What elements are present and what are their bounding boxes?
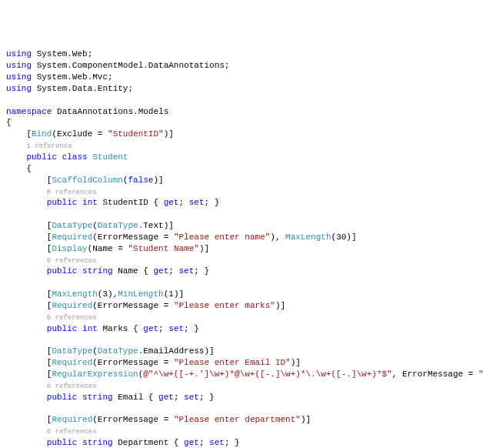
codelens[interactable]: 0 references [6, 313, 97, 322]
attr: [ScaffoldColumn(false)] [6, 176, 164, 185]
line: using System.Web; [6, 49, 92, 59]
codelens[interactable]: 0 references [6, 426, 97, 436]
attr: [Required(ErrorMessage = "Please enter E… [6, 358, 301, 367]
prop: public string Name { get; set; } [6, 266, 209, 276]
line: namespace DataAnnotations.Models [6, 107, 168, 116]
attr: [Required(ErrorMessage = "Please enter m… [6, 301, 285, 310]
line: using System.Web.Mvc; [6, 72, 113, 82]
codelens[interactable]: 0 references [6, 187, 97, 196]
attr: [Required(ErrorMessage = "Please enter d… [6, 415, 311, 424]
line: using System.Data.Entity; [6, 84, 133, 93]
attr-bind: [Bind(Exclude = "StudentID")] [6, 129, 174, 139]
codelens[interactable]: 1 reference [6, 141, 72, 150]
attr: [Display(Name = "Student Name")] [6, 244, 209, 253]
prop: public string Email { get; set; } [6, 393, 215, 402]
class-decl: public class Student [6, 152, 128, 162]
attr: [RegularExpression(@"^\w+([-+.']\w+)*@\w… [6, 369, 483, 379]
attr: [DataType(DataType.Text)] [6, 221, 174, 230]
brace: { [6, 118, 12, 127]
attr: [MaxLength(3),MinLength(1)] [6, 289, 184, 299]
code-editor[interactable]: using System.Web; using System.Component… [6, 48, 477, 448]
line: using System.ComponentModel.DataAnnotati… [6, 61, 229, 70]
prop: public int Marks { get; set; } [6, 324, 199, 333]
codelens[interactable]: 0 references [6, 256, 97, 265]
attr: [DataType(DataType.EmailAddress)] [6, 346, 215, 356]
attr: [Required(ErrorMessage = "Please enter n… [6, 232, 357, 242]
prop: public string Department { get; set; } [6, 438, 240, 447]
codelens[interactable]: 0 references [6, 381, 97, 390]
brace: { [6, 164, 32, 173]
prop: public int StudentID { get; set; } [6, 198, 219, 207]
